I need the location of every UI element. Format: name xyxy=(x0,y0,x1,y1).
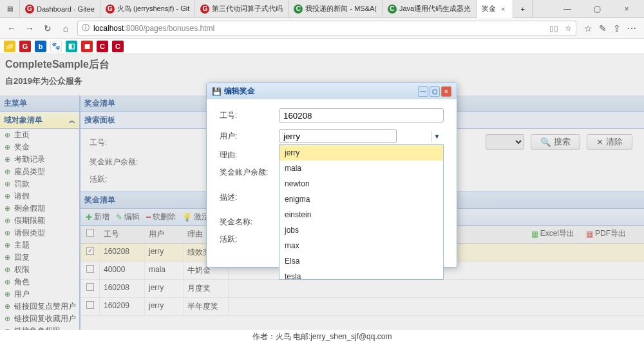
modal-title: 编辑奖金 xyxy=(224,86,255,97)
url-path: /pages/bonuses.html xyxy=(143,24,214,33)
browser-tab[interactable]: ▤ xyxy=(0,0,20,18)
favorites-icon[interactable]: ☆ xyxy=(584,23,592,34)
dropdown-option[interactable]: einstein xyxy=(279,207,443,222)
toolbar-icons: ☆ ✎ ⇪ ⋯ xyxy=(582,23,639,34)
close-button[interactable]: × xyxy=(616,5,638,14)
dropdown-option[interactable]: tesla xyxy=(279,269,443,280)
browser-tab[interactable]: G第三代动词算子式代码 xyxy=(195,0,289,18)
gitee-icon: G xyxy=(200,5,209,14)
site-icon: C xyxy=(388,5,397,14)
tab-label: 第三代动词算子式代码 xyxy=(212,4,283,14)
tab-label: 火鸟 (jerryshensjf) - Git xyxy=(117,4,189,14)
url-input[interactable]: ⓘ localhost:8080/pages/bonuses.html ▯▯ ☆ xyxy=(77,21,576,36)
browser-tab[interactable]: C我投递的新闻 - MS&A( xyxy=(289,0,383,18)
label-desc: 描述: xyxy=(220,192,279,203)
modal-body: 工号: 用户: ▼ jerrymalanewtonenigmaeinsteinj… xyxy=(207,99,457,267)
bookmark-icon[interactable]: G xyxy=(19,41,31,52)
browser-tab[interactable]: GDashboard - Gitee xyxy=(20,0,100,18)
label-reason: 理由: xyxy=(220,150,279,161)
label-name: 奖金名称: xyxy=(220,217,279,228)
dropdown-option[interactable]: mala xyxy=(279,161,443,176)
modal-header[interactable]: 💾 编辑奖金 — ▢ × xyxy=(207,83,457,99)
user-dropdown: jerrymalanewtonenigmaeinsteinjobsmaxElsa… xyxy=(279,144,444,280)
back-button[interactable]: ← xyxy=(5,22,18,35)
bookmark-icon[interactable]: C xyxy=(112,41,124,52)
dropdown-option[interactable]: max xyxy=(279,238,443,253)
share-icon[interactable]: ⇪ xyxy=(613,23,621,34)
tab-label: 奖金 xyxy=(482,4,496,14)
tab-label: 我投递的新闻 - MS&A( xyxy=(305,4,377,14)
browser-tab[interactable]: G火鸟 (jerryshensjf) - Git xyxy=(100,0,195,18)
info-icon: ⓘ xyxy=(82,23,90,34)
site-icon: C xyxy=(294,5,303,14)
browser-tab-bar: ▤ GDashboard - Gitee G火鸟 (jerryshensjf) … xyxy=(0,0,644,18)
save-icon: 💾 xyxy=(212,87,222,96)
minimize-button[interactable]: — xyxy=(556,5,578,14)
tab-label: Dashboard - Gitee xyxy=(37,5,95,13)
bookmark-icon[interactable]: ☆ xyxy=(565,24,572,33)
bookmark-icon[interactable]: ◼ xyxy=(81,41,93,52)
dropdown-option[interactable]: newton xyxy=(279,176,443,191)
input-gh[interactable] xyxy=(279,108,444,122)
more-icon[interactable]: ⋯ xyxy=(627,23,636,34)
close-icon[interactable]: × xyxy=(498,5,507,13)
bookmark-folder-icon[interactable]: 📁 xyxy=(4,41,15,52)
gitee-icon: G xyxy=(25,5,34,14)
bookmark-bar: 📁 G b 🐾 ◧ ◼ C C xyxy=(0,39,644,54)
bookmark-icon[interactable]: ◧ xyxy=(66,41,77,52)
minimize-icon[interactable]: — xyxy=(418,86,428,97)
address-bar: ← → ↻ ⌂ ⓘ localhost:8080/pages/bonuses.h… xyxy=(0,18,644,39)
dropdown-option[interactable]: enigma xyxy=(279,191,443,207)
edit-bonus-modal: 💾 编辑奖金 — ▢ × 工号: 用户: ▼ jerrymalanewtonen… xyxy=(206,83,457,268)
maximize-icon[interactable]: ▢ xyxy=(430,86,440,97)
chevron-down-icon[interactable]: ▼ xyxy=(431,131,442,142)
label-user: 用户: xyxy=(220,131,279,142)
new-tab-button[interactable]: + xyxy=(513,0,533,18)
edit-icon[interactable]: ✎ xyxy=(599,23,607,34)
url-port: :8080 xyxy=(124,24,143,33)
home-button[interactable]: ⌂ xyxy=(59,22,72,35)
bookmark-icon[interactable]: C xyxy=(97,41,108,52)
label-active: 活跃: xyxy=(220,234,279,245)
input-user[interactable] xyxy=(279,129,397,143)
plus-icon: + xyxy=(521,5,525,13)
tab-group: ▤ GDashboard - Gitee G火鸟 (jerryshensjf) … xyxy=(0,0,550,18)
combo-user: ▼ jerrymalanewtonenigmaeinsteinjobsmaxEl… xyxy=(279,129,444,143)
url-host: localhost xyxy=(93,24,124,33)
forward-button[interactable]: → xyxy=(23,22,36,35)
bookmark-icon[interactable]: b xyxy=(35,41,46,52)
bookmark-icon[interactable]: 🐾 xyxy=(50,41,62,52)
refresh-button[interactable]: ↻ xyxy=(41,22,54,35)
window-controls: — ▢ × xyxy=(550,5,644,14)
reader-icon[interactable]: ▯▯ xyxy=(549,24,558,33)
dropdown-option[interactable]: jobs xyxy=(279,222,443,238)
menu-icon: ▤ xyxy=(5,5,14,14)
maximize-button[interactable]: ▢ xyxy=(586,5,608,14)
page-footer: 作者：火鸟 电邮:jerry_shen_sjf@qq.com xyxy=(0,330,644,343)
dropdown-option[interactable]: jerry xyxy=(279,145,443,161)
label-gh: 工号: xyxy=(220,110,279,121)
label-balance: 奖金账户余额: xyxy=(220,167,279,178)
dropdown-option[interactable]: Elsa xyxy=(279,253,443,269)
modal-tools: — ▢ × xyxy=(418,86,451,97)
close-icon[interactable]: × xyxy=(441,86,451,97)
gitee-icon: G xyxy=(106,5,115,14)
browser-tab-active[interactable]: 奖金× xyxy=(477,0,513,18)
tab-label: Java通用代码生成器光 xyxy=(399,4,471,14)
browser-tab[interactable]: CJava通用代码生成器光 xyxy=(383,0,477,18)
